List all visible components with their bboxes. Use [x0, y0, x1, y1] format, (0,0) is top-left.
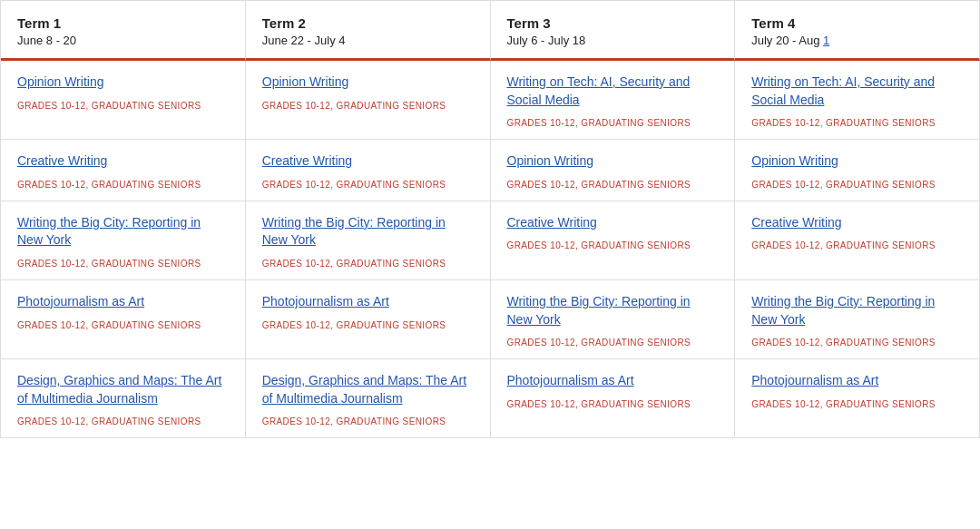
header-term-4: Term 4July 20 - Aug 1	[735, 1, 980, 61]
course-grades: GRADES 10-12, GRADUATING SENIORS	[17, 101, 229, 111]
course-grades: GRADES 10-12, GRADUATING SENIORS	[17, 180, 229, 190]
course-grades: GRADES 10-12, GRADUATING SENIORS	[751, 118, 963, 128]
term-dates-4: July 20 - Aug 1	[751, 34, 963, 47]
cell-row4-col4: Writing the Big City: Reporting in New Y…	[735, 280, 980, 359]
term-dates-1: June 8 - 20	[17, 34, 229, 47]
term-label-3: Term 3	[507, 15, 719, 31]
course-title-link[interactable]: Creative Writing	[262, 152, 474, 171]
course-grades: GRADES 10-12, GRADUATING SENIORS	[262, 416, 474, 426]
term-dates-3: July 6 - July 18	[507, 34, 719, 47]
cell-row2-col4: Opinion WritingGRADES 10-12, GRADUATING …	[735, 140, 980, 201]
course-title-link[interactable]: Writing the Big City: Reporting in New Y…	[751, 293, 963, 328]
cell-row5-col2: Design, Graphics and Maps: The Art of Mu…	[246, 359, 491, 438]
course-grades: GRADES 10-12, GRADUATING SENIORS	[262, 101, 474, 111]
course-title-link[interactable]: Photojournalism as Art	[751, 372, 963, 390]
course-grades: GRADES 10-12, GRADUATING SENIORS	[262, 259, 474, 269]
course-title-link[interactable]: Opinion Writing	[262, 73, 474, 92]
cell-row4-col1: Photojournalism as ArtGRADES 10-12, GRAD…	[1, 280, 246, 359]
course-grades: GRADES 10-12, GRADUATING SENIORS	[751, 180, 963, 190]
course-grades: GRADES 10-12, GRADUATING SENIORS	[17, 259, 229, 269]
cell-row3-col3: Creative WritingGRADES 10-12, GRADUATING…	[491, 201, 736, 280]
cell-row2-col3: Opinion WritingGRADES 10-12, GRADUATING …	[491, 140, 736, 201]
course-title-link[interactable]: Writing the Big City: Reporting in New Y…	[507, 293, 719, 328]
course-grades: GRADES 10-12, GRADUATING SENIORS	[751, 338, 963, 348]
cell-row3-col1: Writing the Big City: Reporting in New Y…	[1, 201, 246, 280]
course-grades: GRADES 10-12, GRADUATING SENIORS	[507, 180, 719, 190]
course-grades: GRADES 10-12, GRADUATING SENIORS	[262, 180, 474, 190]
cell-row1-col1: Opinion WritingGRADES 10-12, GRADUATING …	[1, 61, 246, 140]
term-dates-2: June 22 - July 4	[262, 34, 474, 47]
cell-row3-col4: Creative WritingGRADES 10-12, GRADUATING…	[735, 201, 980, 280]
course-title-link[interactable]: Opinion Writing	[507, 152, 719, 171]
cell-row1-col4: Writing on Tech: AI, Security and Social…	[735, 61, 980, 140]
cell-row4-col2: Photojournalism as ArtGRADES 10-12, GRAD…	[246, 280, 491, 359]
course-title-link[interactable]: Opinion Writing	[17, 73, 229, 92]
cell-row3-col2: Writing the Big City: Reporting in New Y…	[246, 201, 491, 280]
course-title-link[interactable]: Creative Writing	[17, 152, 229, 171]
course-grades: GRADES 10-12, GRADUATING SENIORS	[507, 118, 719, 128]
header-term-1: Term 1June 8 - 20	[1, 1, 246, 61]
cell-row5-col3: Photojournalism as ArtGRADES 10-12, GRAD…	[491, 359, 736, 438]
course-title-link[interactable]: Photojournalism as Art	[17, 293, 229, 311]
course-title-link[interactable]: Opinion Writing	[751, 152, 963, 171]
course-title-link[interactable]: Writing on Tech: AI, Security and Social…	[751, 73, 963, 109]
course-grades: GRADES 10-12, GRADUATING SENIORS	[507, 338, 719, 348]
cell-row1-col2: Opinion WritingGRADES 10-12, GRADUATING …	[246, 61, 491, 140]
header-term-3: Term 3July 6 - July 18	[491, 1, 736, 61]
cell-row5-col1: Design, Graphics and Maps: The Art of Mu…	[1, 359, 246, 438]
term-label-1: Term 1	[17, 15, 229, 31]
cell-row2-col2: Creative WritingGRADES 10-12, GRADUATING…	[246, 140, 491, 201]
term-label-4: Term 4	[751, 15, 963, 31]
course-grades: GRADES 10-12, GRADUATING SENIORS	[507, 399, 719, 409]
cell-row2-col1: Creative WritingGRADES 10-12, GRADUATING…	[1, 140, 246, 201]
course-title-link[interactable]: Photojournalism as Art	[507, 372, 719, 390]
course-title-link[interactable]: Design, Graphics and Maps: The Art of Mu…	[17, 372, 229, 407]
course-grades: GRADES 10-12, GRADUATING SENIORS	[507, 240, 719, 250]
course-grades: GRADES 10-12, GRADUATING SENIORS	[17, 320, 229, 330]
course-title-link[interactable]: Writing the Big City: Reporting in New Y…	[17, 214, 229, 250]
term-label-2: Term 2	[262, 15, 474, 31]
schedule-grid: Term 1June 8 - 20Term 2June 22 - July 4T…	[0, 0, 980, 438]
header-term-2: Term 2June 22 - July 4	[246, 1, 491, 61]
course-title-link[interactable]: Creative Writing	[751, 214, 963, 232]
cell-row4-col3: Writing the Big City: Reporting in New Y…	[491, 280, 736, 359]
course-title-link[interactable]: Design, Graphics and Maps: The Art of Mu…	[262, 372, 474, 407]
course-grades: GRADES 10-12, GRADUATING SENIORS	[17, 416, 229, 426]
course-title-link[interactable]: Writing the Big City: Reporting in New Y…	[262, 214, 474, 250]
course-title-link[interactable]: Photojournalism as Art	[262, 293, 474, 311]
course-grades: GRADES 10-12, GRADUATING SENIORS	[262, 320, 474, 330]
course-title-link[interactable]: Creative Writing	[507, 214, 719, 232]
cell-row1-col3: Writing on Tech: AI, Security and Social…	[491, 61, 736, 140]
cell-row5-col4: Photojournalism as ArtGRADES 10-12, GRAD…	[735, 359, 980, 438]
course-grades: GRADES 10-12, GRADUATING SENIORS	[751, 240, 963, 250]
course-title-link[interactable]: Writing on Tech: AI, Security and Social…	[507, 73, 719, 109]
course-grades: GRADES 10-12, GRADUATING SENIORS	[751, 399, 963, 409]
